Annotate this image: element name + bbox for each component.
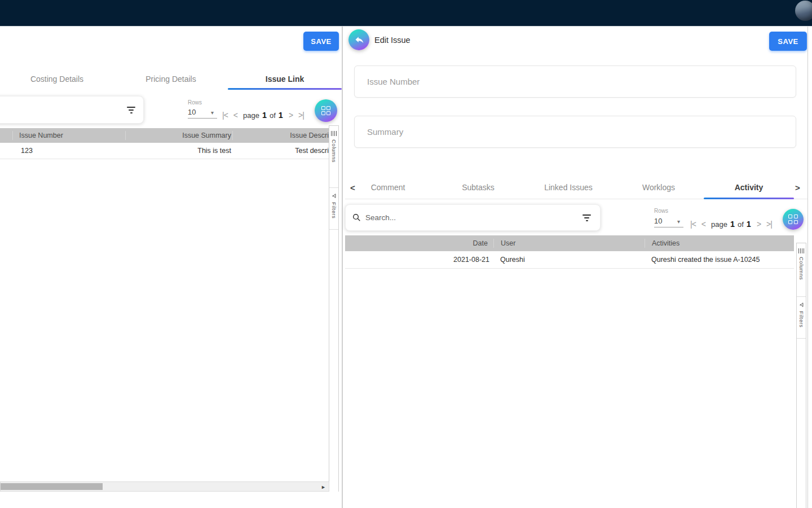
scroll-right-icon[interactable]: ► xyxy=(321,484,326,490)
columns-icon xyxy=(331,131,337,136)
search-input[interactable] xyxy=(365,213,578,222)
caret-down-icon[interactable]: ▾ xyxy=(677,218,680,225)
pane-divider xyxy=(342,27,343,508)
filters-strip-label: Filters xyxy=(798,311,805,327)
left-tab-bar: Costing Details Pricing Details Issue Li… xyxy=(0,68,342,90)
cell-user: Qureshi xyxy=(493,256,645,264)
grid-icon xyxy=(788,214,798,224)
left-side-strip: Columns Filters xyxy=(329,125,339,492)
filter-list-icon[interactable] xyxy=(582,214,591,221)
columns-strip-label: Columns xyxy=(331,139,337,163)
rows-label: Rows xyxy=(188,99,202,106)
next-page-icon[interactable]: > xyxy=(289,111,293,120)
tab-subtasks[interactable]: Subtasks xyxy=(433,176,523,199)
col-issue-summary[interactable]: Issue Summary xyxy=(125,131,232,140)
columns-icon xyxy=(798,248,805,253)
tab-issue-link[interactable]: Issue Link xyxy=(228,68,342,90)
right-grid-view-button[interactable] xyxy=(783,209,804,230)
caret-down-icon[interactable]: ▾ xyxy=(211,110,214,116)
top-navbar xyxy=(0,0,812,27)
left-filter-box xyxy=(0,96,144,124)
cell-issue-number: 123 xyxy=(12,147,125,155)
scrollbar-thumb[interactable] xyxy=(1,483,103,490)
right-columns-toggle[interactable]: Columns xyxy=(797,243,806,297)
last-page-icon[interactable]: >| xyxy=(766,220,772,229)
col-date[interactable]: Date xyxy=(345,239,493,248)
page-indicator: page1of1 xyxy=(711,220,751,229)
active-tab-underline-right xyxy=(704,198,794,199)
right-filters-toggle[interactable]: Filters xyxy=(797,297,806,339)
tab-worklogs[interactable]: Worklogs xyxy=(614,176,704,199)
cell-date: 2021-08-21 xyxy=(345,256,493,264)
app-screen: SAVE Costing Details Pricing Details Iss… xyxy=(0,0,812,508)
page-title: Edit Issue xyxy=(374,36,411,45)
col-issue-number[interactable]: Issue Number xyxy=(12,131,125,140)
left-grid-view-button[interactable] xyxy=(315,99,337,122)
next-page-icon[interactable]: > xyxy=(757,220,761,229)
user-avatar[interactable] xyxy=(795,1,812,21)
activity-search-box xyxy=(345,204,601,231)
left-table-header: Issue Number Issue Summary Issue Descri xyxy=(0,128,329,143)
col-user[interactable]: User xyxy=(493,239,645,248)
filters-strip-label: Filters xyxy=(331,202,337,218)
right-edge-border xyxy=(807,27,808,508)
issue-number-field[interactable] xyxy=(354,65,796,98)
col-issue-description[interactable]: Issue Descri xyxy=(232,131,329,140)
tab-linked-issues[interactable]: Linked Issues xyxy=(523,176,614,199)
tab-pricing-details[interactable]: Pricing Details xyxy=(114,68,228,90)
activity-table-row[interactable]: 2021-08-21 Qureshi Qureshi created the i… xyxy=(345,251,794,269)
tab-activity[interactable]: Activity xyxy=(704,176,794,199)
left-columns-toggle[interactable]: Columns xyxy=(329,126,338,188)
prev-page-icon[interactable]: < xyxy=(233,111,237,120)
tab-comment[interactable]: Comment xyxy=(343,176,433,199)
left-filters-toggle[interactable]: Filters xyxy=(329,188,338,230)
left-filter-input[interactable] xyxy=(5,106,127,114)
page-indicator: page1of1 xyxy=(243,111,283,120)
horizontal-scrollbar[interactable]: ► xyxy=(0,481,329,492)
active-tab-underline-left xyxy=(228,88,342,90)
cell-issue-summary: This is test xyxy=(125,147,232,155)
right-save-button[interactable]: SAVE xyxy=(769,32,807,51)
back-button[interactable] xyxy=(348,29,369,50)
filter-list-icon[interactable] xyxy=(127,107,135,113)
left-pager: |< < page1of1 > >| xyxy=(222,111,304,120)
grid-icon xyxy=(321,106,331,116)
cell-issue-description: Test descri xyxy=(232,147,329,155)
first-page-icon[interactable]: |< xyxy=(690,220,696,229)
right-pager: |< < page1of1 > >| xyxy=(690,220,772,229)
rows-label: Rows xyxy=(654,208,668,214)
funnel-icon xyxy=(331,193,337,199)
last-page-icon[interactable]: >| xyxy=(298,111,304,120)
back-arrow-icon xyxy=(354,35,364,45)
cell-activities: Qureshi created the issue A-10245 xyxy=(645,256,794,264)
right-side-strip: Columns Filters xyxy=(796,243,806,508)
tab-costing-details[interactable]: Costing Details xyxy=(0,68,114,90)
first-page-icon[interactable]: |< xyxy=(222,111,228,120)
right-tab-bar: Comment Subtasks Linked Issues Worklogs … xyxy=(343,176,794,199)
search-icon xyxy=(352,213,361,222)
summary-field[interactable] xyxy=(354,116,796,148)
left-save-button[interactable]: SAVE xyxy=(303,32,339,51)
funnel-icon xyxy=(798,302,804,308)
col-activities[interactable]: Activities xyxy=(645,239,794,248)
columns-strip-label: Columns xyxy=(798,257,805,280)
spacer-column xyxy=(0,131,12,140)
prev-page-icon[interactable]: < xyxy=(701,220,705,229)
left-table-row[interactable]: 123 This is test Test descri xyxy=(0,143,329,159)
tabs-scroll-right-icon[interactable]: > xyxy=(795,183,800,192)
activity-table-header: Date User Activities xyxy=(345,235,794,251)
